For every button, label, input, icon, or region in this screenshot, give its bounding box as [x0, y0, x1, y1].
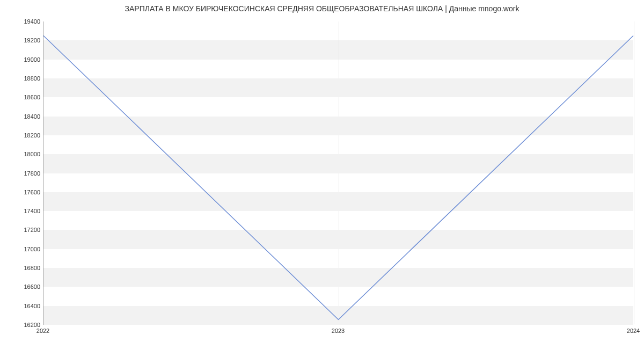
y-tick-label: 19000	[3, 56, 40, 63]
y-tick-label: 16600	[3, 283, 40, 290]
y-tick-label: 17600	[3, 189, 40, 195]
y-tick-label: 17400	[3, 208, 40, 214]
x-tick-label: 2023	[332, 328, 345, 334]
y-tick-label: 18200	[3, 132, 40, 139]
y-tick-label: 18800	[3, 75, 40, 82]
data-line	[43, 21, 633, 324]
y-tick-label: 18000	[3, 151, 40, 157]
x-tick-label: 2022	[36, 328, 49, 334]
y-tick-label: 16200	[3, 322, 40, 328]
y-tick-label: 18600	[3, 94, 40, 100]
y-tick-label: 18400	[3, 113, 40, 120]
y-tick-label: 16400	[3, 303, 40, 309]
chart-container: ЗАРПЛАТА В МКОУ БИРЮЧЕКОСИНСКАЯ СРЕДНЯЯ …	[0, 0, 644, 349]
x-tick-label: 2024	[627, 328, 640, 334]
y-tick-label: 19200	[3, 37, 40, 43]
y-tick-label: 16800	[3, 265, 40, 271]
plot-area	[43, 21, 633, 325]
y-tick-label: 17000	[3, 246, 40, 252]
chart-title: ЗАРПЛАТА В МКОУ БИРЮЧЕКОСИНСКАЯ СРЕДНЯЯ …	[0, 4, 644, 13]
y-tick-label: 17800	[3, 170, 40, 177]
grid-vline	[634, 21, 634, 324]
y-tick-label: 19400	[3, 18, 40, 25]
y-tick-label: 17200	[3, 227, 40, 233]
